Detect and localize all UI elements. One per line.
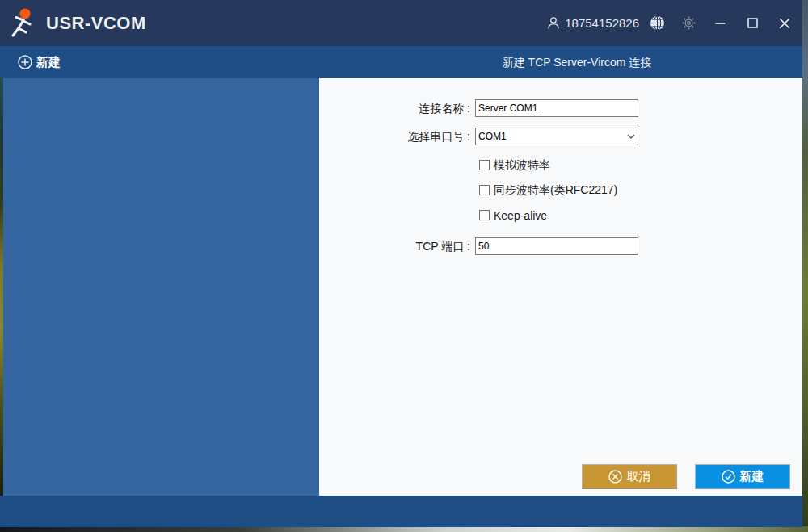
serial-port-selected-value: COM1 [478,131,627,142]
serial-port-select[interactable]: COM1 [475,128,638,145]
panel-title: 新建 TCP Server-Vircom 连接 [319,46,802,78]
gear-icon[interactable] [682,16,696,30]
checkbox-simulate-baudrate[interactable]: 模拟波特率 [479,159,550,171]
connection-name-input[interactable] [475,99,638,117]
titlebar: USR-VCOM 18754152826 [0,0,802,46]
close-icon[interactable] [779,18,790,29]
new-connection-button[interactable]: 新建 [18,55,61,70]
checkbox-label: 同步波特率(类RFC2217) [494,183,617,198]
chevron-down-icon [627,134,635,139]
checkbox-keep-alive[interactable]: Keep-alive [479,209,547,221]
content-area: 连接名称 : 选择串口号 : COM1 模拟波特率 同步波特率(类RFC2217… [0,78,802,496]
serial-port-label: 选择串口号 : [319,128,470,145]
usr-vcom-window: USR-VCOM 18754152826 [0,0,802,527]
tcp-port-label: TCP 端口 : [319,237,470,255]
checkbox-box[interactable] [479,210,490,220]
usr-runner-logo-icon [6,6,40,40]
checkbox-sync-baudrate-rfc2217[interactable]: 同步波特率(类RFC2217) [479,184,617,196]
checkbox-label: Keep-alive [494,209,547,222]
cancel-button-label: 取消 [627,469,651,484]
app-title: USR-VCOM [46,13,146,34]
toolbar: 新建 新建 TCP Server-Vircom 连接 [0,46,802,78]
check-circle-icon [722,470,735,484]
connection-list-sidebar [0,78,319,496]
connection-name-label: 连接名称 : [319,99,470,117]
cancel-button[interactable]: 取消 [582,464,677,489]
new-connection-label: 新建 [36,55,61,70]
desktop-wallpaper-strip [0,526,808,532]
titlebar-controls: 18754152826 [547,15,790,31]
desktop-wallpaper-strip-left [0,78,3,496]
checkbox-label: 模拟波特率 [494,158,550,173]
account-info[interactable]: 18754152826 [547,16,639,30]
globe-icon[interactable] [650,15,665,31]
new-connection-form-panel: 连接名称 : 选择串口号 : COM1 模拟波特率 同步波特率(类RFC2217… [319,78,802,496]
maximize-icon[interactable] [747,18,758,28]
create-button[interactable]: 新建 [695,464,790,489]
account-number: 18754152826 [565,16,639,30]
person-icon [547,16,560,30]
footer-bar [0,496,802,527]
x-circle-icon [608,470,622,484]
tcp-port-input[interactable] [475,237,638,255]
checkbox-box[interactable] [479,160,490,170]
checkbox-box[interactable] [479,185,490,195]
create-button-label: 新建 [740,469,764,484]
minimize-icon[interactable] [715,18,726,28]
plus-circle-icon [18,55,32,69]
